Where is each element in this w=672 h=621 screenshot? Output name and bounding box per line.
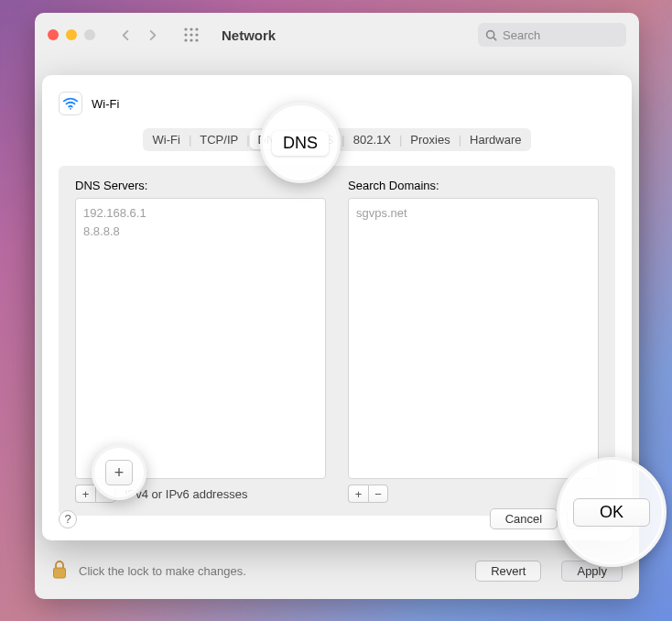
- tab-proxies[interactable]: Proxies: [402, 130, 458, 149]
- tab-wifi[interactable]: Wi-Fi: [145, 130, 189, 149]
- list-item[interactable]: 192.168.6.1: [83, 204, 318, 223]
- help-button[interactable]: ?: [59, 510, 77, 528]
- sheet-footer: ? Cancel OK: [59, 508, 615, 529]
- svg-point-4: [190, 33, 192, 36]
- lock-text: Click the lock to make changes.: [79, 564, 246, 578]
- svg-point-9: [487, 30, 494, 38]
- revert-button[interactable]: Revert: [475, 561, 541, 582]
- svg-point-1: [190, 27, 192, 30]
- highlight-ok-button: OK: [557, 457, 667, 567]
- svg-point-6: [184, 38, 187, 41]
- svg-point-12: [70, 108, 71, 110]
- add-dns-server-button[interactable]: +: [75, 485, 95, 503]
- lock-row: Click the lock to make changes. Revert A…: [51, 560, 623, 583]
- window-minimize-button[interactable]: [66, 29, 77, 40]
- forward-button[interactable]: [146, 28, 159, 42]
- wifi-header: Wi-Fi: [59, 92, 615, 115]
- highlight-add-button: +: [92, 445, 146, 500]
- highlight-dns-label: DNS: [272, 131, 329, 156]
- titlebar: Network Search: [35, 13, 639, 57]
- search-domains-label: Search Domains:: [348, 179, 599, 192]
- svg-point-7: [190, 38, 192, 41]
- cancel-button[interactable]: Cancel: [490, 508, 558, 529]
- remove-search-domain-button[interactable]: −: [368, 485, 388, 503]
- svg-point-8: [195, 38, 198, 41]
- svg-rect-11: [54, 568, 66, 578]
- show-all-icon[interactable]: [183, 27, 200, 43]
- search-input[interactable]: Search: [478, 23, 626, 47]
- svg-point-0: [184, 27, 187, 30]
- search-domains-list[interactable]: sgvps.net: [348, 198, 599, 479]
- wifi-icon: [59, 92, 82, 115]
- search-domains-pm: + −: [348, 485, 388, 503]
- highlight-dns-tab: DNS: [260, 103, 341, 183]
- nav-arrows: [119, 28, 159, 42]
- window-title: Network: [222, 27, 461, 43]
- wifi-label: Wi-Fi: [92, 97, 119, 111]
- search-domains-column: Search Domains: sgvps.net + −: [348, 179, 599, 503]
- back-button[interactable]: [119, 28, 133, 42]
- preferences-window: Network Search Click the lock to make ch…: [35, 13, 639, 599]
- svg-point-5: [195, 33, 198, 36]
- add-search-domain-button[interactable]: +: [348, 485, 368, 503]
- list-item[interactable]: sgvps.net: [356, 204, 591, 223]
- tab-hardware[interactable]: Hardware: [461, 130, 529, 149]
- svg-point-2: [195, 27, 198, 30]
- highlight-ok-label: OK: [573, 498, 650, 527]
- window-close-button[interactable]: [48, 29, 59, 40]
- tab-8021x[interactable]: 802.1X: [345, 130, 399, 149]
- window-zoom-button[interactable]: [84, 29, 95, 40]
- svg-point-3: [184, 33, 187, 36]
- search-placeholder: Search: [503, 28, 540, 42]
- list-item[interactable]: 8.8.8.8: [83, 223, 318, 241]
- dns-servers-hint: IPv4 or IPv6 addresses: [125, 487, 247, 501]
- traffic-lights: [48, 29, 95, 40]
- tab-tcpip[interactable]: TCP/IP: [191, 130, 246, 149]
- svg-line-10: [493, 37, 496, 39]
- dns-servers-list[interactable]: 192.168.6.1 8.8.8.8: [75, 198, 326, 479]
- lock-icon[interactable]: [51, 560, 68, 583]
- highlight-add-label: +: [105, 460, 133, 485]
